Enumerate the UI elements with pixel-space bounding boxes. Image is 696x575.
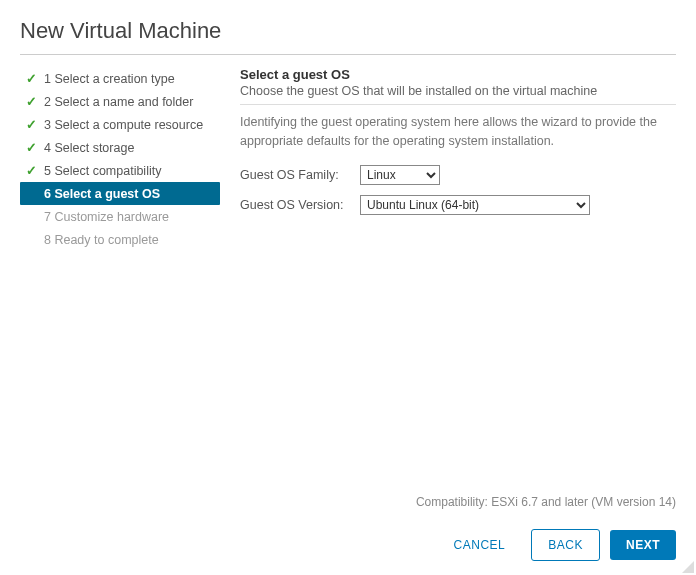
checkmark-icon: ✓ — [24, 163, 38, 178]
wizard-content: Select a guest OS Choose the guest OS th… — [220, 63, 676, 575]
guest-os-family-label: Guest OS Family: — [240, 168, 360, 182]
step-label: 6 Select a guest OS — [44, 187, 160, 201]
next-button[interactable]: NEXT — [610, 530, 676, 560]
step-compute-resource[interactable]: ✓ 3 Select a compute resource — [20, 113, 220, 136]
dialog-footer: Compatibility: ESXi 6.7 and later (VM ve… — [240, 480, 676, 575]
step-storage[interactable]: ✓ 4 Select storage — [20, 136, 220, 159]
step-name-folder[interactable]: ✓ 2 Select a name and folder — [20, 90, 220, 113]
button-row: CANCEL BACK NEXT — [438, 529, 676, 561]
content-subheading: Choose the guest OS that will be install… — [240, 84, 676, 98]
dialog-body: ✓ 1 Select a creation type ✓ 2 Select a … — [20, 63, 676, 575]
compatibility-text: Compatibility: ESXi 6.7 and later (VM ve… — [416, 495, 676, 509]
checkmark-icon: ✓ — [24, 140, 38, 155]
step-label: 3 Select a compute resource — [44, 118, 203, 132]
dialog-title: New Virtual Machine — [20, 18, 676, 54]
step-label: 4 Select storage — [44, 141, 134, 155]
step-label: 8 Ready to complete — [44, 233, 159, 247]
guest-os-family-select[interactable]: Linux — [360, 165, 440, 185]
content-description: Identifying the guest operating system h… — [240, 113, 676, 151]
new-vm-dialog: New Virtual Machine ✓ 1 Select a creatio… — [0, 0, 696, 575]
guest-os-family-row: Guest OS Family: Linux — [240, 165, 676, 185]
guest-os-version-label: Guest OS Version: — [240, 198, 360, 212]
checkmark-icon: ✓ — [24, 94, 38, 109]
step-compatibility[interactable]: ✓ 5 Select compatibility — [20, 159, 220, 182]
step-guest-os[interactable]: ✓ 6 Select a guest OS — [20, 182, 220, 205]
back-button[interactable]: BACK — [531, 529, 600, 561]
checkmark-icon: ✓ — [24, 117, 38, 132]
step-label: 5 Select compatibility — [44, 164, 161, 178]
step-customize-hardware: ✓ 7 Customize hardware — [20, 205, 220, 228]
divider — [20, 54, 676, 55]
cancel-button[interactable]: CANCEL — [438, 530, 522, 560]
content-heading: Select a guest OS — [240, 67, 676, 82]
step-label: 2 Select a name and folder — [44, 95, 193, 109]
step-label: 7 Customize hardware — [44, 210, 169, 224]
checkmark-icon: ✓ — [24, 71, 38, 86]
step-ready-complete: ✓ 8 Ready to complete — [20, 228, 220, 251]
resize-handle-icon[interactable] — [682, 561, 694, 573]
step-label: 1 Select a creation type — [44, 72, 175, 86]
content-divider — [240, 104, 676, 105]
wizard-steps-sidebar: ✓ 1 Select a creation type ✓ 2 Select a … — [20, 63, 220, 575]
step-creation-type[interactable]: ✓ 1 Select a creation type — [20, 67, 220, 90]
guest-os-version-row: Guest OS Version: Ubuntu Linux (64-bit) — [240, 195, 676, 215]
guest-os-version-select[interactable]: Ubuntu Linux (64-bit) — [360, 195, 590, 215]
